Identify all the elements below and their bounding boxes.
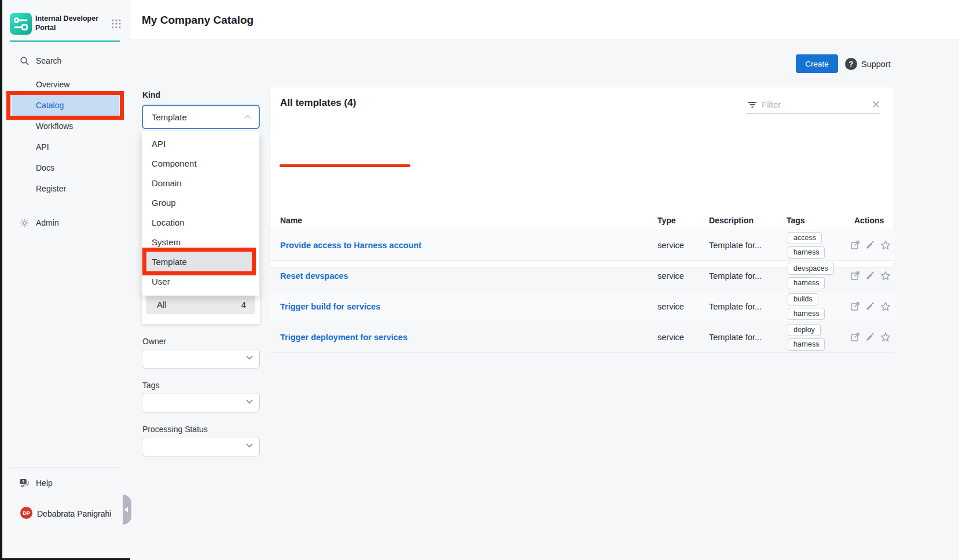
table-row: Reset devspaces service Template for... …	[270, 261, 895, 292]
sidebar-item-label: API	[36, 142, 49, 152]
tag-chip[interactable]: builds	[788, 293, 818, 305]
template-link[interactable]: Trigger deployment for services	[280, 333, 407, 342]
favorite-star-icon[interactable]	[880, 240, 891, 250]
tags-cell: devspaces harness	[788, 263, 834, 289]
tag-chip[interactable]: harness	[788, 246, 825, 259]
tag-chip[interactable]: access	[788, 232, 822, 244]
table-filter	[746, 95, 880, 114]
template-link[interactable]: Provide access to Harness account	[280, 241, 421, 250]
facet-count: 4	[241, 300, 246, 310]
open-in-new-icon[interactable]	[850, 240, 860, 250]
kind-option-user[interactable]: User	[142, 271, 259, 291]
kind-option-api[interactable]: API	[142, 134, 259, 153]
page-title: My Company Catalog	[142, 14, 253, 27]
sidebar-item-label: Workflows	[36, 121, 73, 131]
open-in-new-icon[interactable]	[850, 271, 860, 281]
edit-icon[interactable]	[865, 240, 875, 250]
favorite-star-icon[interactable]	[880, 271, 891, 281]
tag-chip[interactable]: devspaces	[788, 263, 834, 275]
tag-chip[interactable]: harness	[788, 277, 825, 289]
sidebar-item-workflows[interactable]: Workflows	[2, 116, 130, 136]
sidebar-item-label: Register	[36, 184, 66, 193]
filter-icon	[747, 100, 758, 110]
clear-filter-icon[interactable]	[872, 100, 880, 109]
template-link[interactable]: Trigger build for services	[280, 302, 380, 311]
kind-option-location[interactable]: Location	[142, 212, 259, 232]
sidebar-item-api[interactable]: API	[2, 137, 130, 157]
tag-chip[interactable]: deploy	[788, 324, 821, 336]
table-body: Provide access to Harness account servic…	[270, 230, 895, 353]
tag-chip[interactable]: harness	[788, 308, 825, 320]
brand-divider	[10, 40, 120, 42]
brand: Internal Developer Portal	[10, 13, 123, 36]
table-row: Provide access to Harness account servic…	[270, 230, 895, 261]
column-header-description[interactable]: Description	[709, 216, 754, 225]
sidebar-collapse-handle[interactable]	[123, 495, 131, 525]
actions-cell	[850, 301, 891, 312]
edit-icon[interactable]	[865, 332, 875, 342]
sidebar-item-label: Search	[36, 56, 61, 65]
owner-filter-label: Owner	[142, 337, 166, 346]
type-facet-card: All 4	[142, 291, 260, 324]
template-link[interactable]: Reset devspaces	[280, 271, 348, 281]
favorite-star-icon[interactable]	[880, 301, 891, 312]
table-row: Trigger build for services service Templ…	[270, 292, 895, 322]
processing-status-filter-label: Processing Status	[142, 425, 208, 434]
sidebar-item-catalog[interactable]: Catalog	[12, 95, 119, 116]
support-button[interactable]: ? Support	[845, 58, 891, 70]
column-header-type[interactable]: Type	[657, 216, 676, 225]
help-chat-icon: ?	[19, 478, 30, 488]
edit-icon[interactable]	[865, 271, 875, 281]
sidebar-item-docs[interactable]: Docs	[2, 158, 130, 178]
create-button[interactable]: Create	[796, 54, 838, 73]
idp-logo-icon	[10, 13, 32, 35]
chevron-down-icon	[245, 355, 253, 360]
type-facet-all[interactable]: All 4	[146, 294, 255, 314]
description-cell: Template for...	[709, 271, 762, 281]
owner-select[interactable]	[142, 349, 260, 369]
favorite-star-icon[interactable]	[880, 332, 891, 342]
sidebar-item-label: Help	[36, 478, 53, 488]
description-cell: Template for...	[709, 333, 762, 342]
description-cell: Template for...	[709, 241, 762, 250]
sidebar-item-overview[interactable]: Overview	[2, 75, 130, 94]
svg-text:?: ?	[22, 480, 24, 484]
sidebar-item-label: Admin	[36, 218, 59, 227]
edit-icon[interactable]	[865, 301, 875, 311]
sidebar-item-label: Catalog	[36, 101, 64, 110]
brand-title: Internal Developer Portal	[35, 14, 104, 33]
user-avatar[interactable]: DP	[20, 507, 32, 519]
tags-cell: builds harness	[788, 293, 825, 320]
templates-table-card: All templates (4) Name Type Descriptio	[269, 87, 894, 267]
column-header-tags[interactable]: Tags	[787, 216, 805, 225]
chevron-down-icon	[245, 443, 253, 448]
type-cell: service	[657, 241, 684, 250]
kind-option-component[interactable]: Component	[142, 153, 259, 173]
sidebar-item-label: Overview	[36, 80, 69, 89]
apps-grid-icon[interactable]	[111, 19, 122, 29]
tags-cell: access harness	[788, 232, 825, 259]
tags-select[interactable]	[142, 393, 260, 412]
processing-status-select[interactable]	[142, 437, 260, 456]
open-in-new-icon[interactable]	[850, 301, 860, 311]
kind-option-template[interactable]: Template	[146, 252, 255, 271]
sidebar-item-search[interactable]: Search	[2, 51, 130, 71]
sidebar-item-help[interactable]: ? Help	[2, 473, 130, 493]
sidebar-item-admin[interactable]: Admin	[2, 213, 130, 233]
chevron-left-icon	[124, 507, 128, 513]
column-header-name[interactable]: Name	[280, 216, 302, 225]
table-row: Trigger deployment for services service …	[270, 322, 895, 353]
sidebar-item-register[interactable]: Register	[2, 179, 130, 198]
tag-chip[interactable]: harness	[788, 338, 825, 351]
main-content: My Company Catalog Create ? Support Kind…	[130, 0, 959, 560]
column-header-actions: Actions	[854, 216, 884, 225]
kind-select[interactable]: Template	[142, 105, 260, 129]
kind-option-group[interactable]: Group	[142, 193, 259, 212]
open-in-new-icon[interactable]	[850, 332, 860, 342]
table-filter-input[interactable]	[762, 100, 860, 109]
kind-option-system[interactable]: System	[142, 232, 259, 252]
kind-option-domain[interactable]: Domain	[142, 173, 259, 193]
table-title: All templates (4)	[280, 97, 356, 109]
chevron-down-icon	[245, 399, 253, 404]
user-name[interactable]: Debabrata Panigrahi	[37, 509, 111, 518]
